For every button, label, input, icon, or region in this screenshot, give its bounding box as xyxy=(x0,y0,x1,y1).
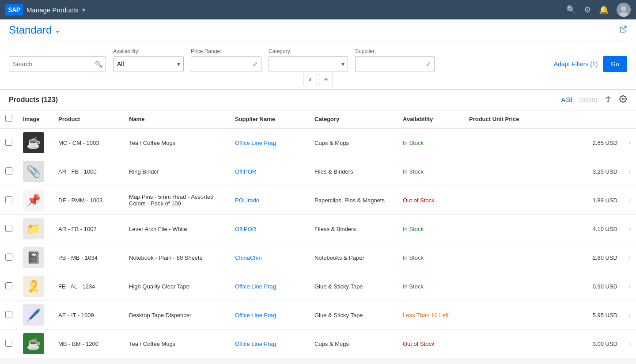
row-navigate[interactable]: › xyxy=(623,272,636,301)
row-name: Ring Binder xyxy=(124,157,230,186)
table-title: Products (123) xyxy=(9,96,561,104)
product-image: 🎗️ xyxy=(23,276,44,297)
table-row[interactable]: 📓 PB - MB - 1034 Notebook - Plain - 80 S… xyxy=(0,243,636,272)
table-row[interactable]: 🖊️ AE - IT - 1009 Desktop Tape Dispencer… xyxy=(0,301,636,330)
search-input-wrap: 🔍 xyxy=(9,56,106,72)
row-chevron-icon: › xyxy=(628,167,631,175)
supplier-link[interactable]: Office Line Prag xyxy=(235,341,276,347)
notifications-icon[interactable]: 🔔 xyxy=(599,5,609,15)
row-product: AR - FB - 1000 xyxy=(53,157,124,186)
avatar[interactable] xyxy=(617,3,631,17)
select-all-checkbox[interactable] xyxy=(5,115,12,122)
row-navigate[interactable]: › xyxy=(623,157,636,186)
supplier-link[interactable]: Office Line Prag xyxy=(235,140,276,146)
row-checkbox[interactable] xyxy=(5,167,12,174)
row-price: 3.00 USD xyxy=(464,330,623,358)
availability-badge: Less Than 10 Left xyxy=(403,312,449,318)
row-price: 2.80 USD xyxy=(464,243,623,272)
app-title: Manage Products xyxy=(26,6,79,14)
go-button[interactable]: Go xyxy=(603,56,627,72)
row-supplier: OffiPOR xyxy=(230,157,309,186)
row-checkbox[interactable] xyxy=(5,254,12,261)
supplier-link[interactable]: ChinaChin xyxy=(235,254,262,261)
supplier-link[interactable]: OffiPOR xyxy=(235,168,256,175)
search-input[interactable] xyxy=(9,56,106,72)
row-navigate[interactable]: › xyxy=(623,301,636,330)
availability-badge: In Stock xyxy=(403,226,424,232)
table-row[interactable]: ☕ MC - CM - 1003 Tea / Coffee Mugs Offic… xyxy=(0,128,636,157)
row-name: Tea / Coffee Mugs xyxy=(124,330,230,358)
topbar: SAP Manage Products ▾ 🔍 ⚙ 🔔 xyxy=(0,0,636,19)
row-supplier: Office Line Prag xyxy=(230,272,309,301)
supplier-link[interactable]: OffiPOR xyxy=(235,226,256,232)
view-title-area[interactable]: Standard ⌄ xyxy=(9,24,61,36)
row-image-cell: 📁 xyxy=(18,215,53,243)
row-checkbox[interactable] xyxy=(5,340,12,347)
row-navigate[interactable]: › xyxy=(623,243,636,272)
row-checkbox[interactable] xyxy=(5,196,12,203)
row-availability: Less Than 10 Left xyxy=(398,301,464,330)
supplier-input[interactable] xyxy=(355,56,435,72)
row-checkbox[interactable] xyxy=(5,225,12,232)
search-group: 🔍 xyxy=(9,56,106,72)
search-icon[interactable]: 🔍 xyxy=(566,5,576,15)
row-checkbox[interactable] xyxy=(5,311,12,318)
pin-filter-button[interactable]: ✳ xyxy=(319,74,333,85)
row-availability: In Stock xyxy=(398,215,464,243)
row-category: Files & Binders xyxy=(309,157,398,186)
row-name: Desktop Tape Dispencer xyxy=(124,301,230,330)
user-settings-icon[interactable]: ⚙ xyxy=(584,5,591,15)
row-navigate[interactable]: › xyxy=(623,186,636,215)
header-price[interactable]: Product Unit Price xyxy=(464,110,623,128)
table-settings-icon[interactable] xyxy=(619,95,627,105)
row-availability: In Stock xyxy=(398,157,464,186)
table-row[interactable]: 🎗️ FE - AL - 1234 High Quality Clear Tap… xyxy=(0,272,636,301)
category-select[interactable] xyxy=(269,56,348,72)
table-toolbar: Products (123) Add Delete xyxy=(0,90,636,110)
table-row[interactable]: 📎 AR - FB - 1000 Ring Binder OffiPOR Fil… xyxy=(0,157,636,186)
availability-badge: Out of Stock xyxy=(403,341,435,347)
delete-button[interactable]: Delete xyxy=(579,96,597,103)
row-checkbox[interactable] xyxy=(5,282,12,289)
sort-icon[interactable] xyxy=(604,95,612,105)
export-button[interactable] xyxy=(619,25,627,35)
supplier-link[interactable]: POLirado xyxy=(235,197,259,204)
header-product[interactable]: Product xyxy=(53,110,124,128)
view-title-chevron: ⌄ xyxy=(54,25,61,35)
svg-line-3 xyxy=(623,26,626,30)
add-button[interactable]: Add xyxy=(561,96,572,103)
category-input-wrap: ▾ xyxy=(269,56,348,72)
availability-badge: In Stock xyxy=(403,168,424,175)
row-supplier: OffiPOR xyxy=(230,215,309,243)
row-product: MC - CM - 1003 xyxy=(53,128,124,157)
row-navigate[interactable]: › xyxy=(623,330,636,358)
row-category: Cups & Mugs xyxy=(309,330,398,358)
row-chevron-icon: › xyxy=(628,311,631,318)
table-row[interactable]: 📌 DE - PMM - 1003 Map Pins - 5mm Head - … xyxy=(0,186,636,215)
product-image: ☕ xyxy=(23,333,44,354)
price-range-input[interactable] xyxy=(191,56,261,72)
row-checkbox[interactable] xyxy=(5,139,12,146)
header-checkbox-col xyxy=(0,110,18,128)
row-checkbox-cell xyxy=(0,330,18,358)
row-navigate[interactable]: › xyxy=(623,215,636,243)
header-supplier[interactable]: Supplier Name xyxy=(230,110,309,128)
header-name[interactable]: Name xyxy=(124,110,230,128)
row-chevron-icon: › xyxy=(628,225,631,232)
supplier-group: Supplier: ⤢ xyxy=(355,48,435,72)
availability-select[interactable]: All In Stock Out of Stock Less Than 10 L… xyxy=(113,56,184,72)
supplier-label: Supplier: xyxy=(355,48,435,54)
row-image-cell: 🎗️ xyxy=(18,272,53,301)
table-row[interactable]: ☕ MB - BM - 1200 Tea / Coffee Mugs Offic… xyxy=(0,330,636,358)
supplier-link[interactable]: Office Line Prag xyxy=(235,312,276,318)
row-navigate[interactable]: › xyxy=(623,128,636,157)
availability-badge: In Stock xyxy=(403,140,424,146)
collapse-filter-button[interactable]: ∧ xyxy=(303,74,317,85)
header-category[interactable]: Category xyxy=(309,110,398,128)
product-image: 📌 xyxy=(23,190,44,211)
adapt-filters-link[interactable]: Adapt Filters (1) xyxy=(554,61,598,68)
header-availability[interactable]: Availability xyxy=(398,110,464,128)
table-row[interactable]: 📁 AR - FB - 1007 Lever Arch File - White… xyxy=(0,215,636,243)
app-title-chevron[interactable]: ▾ xyxy=(82,6,85,13)
supplier-link[interactable]: Office Line Prag xyxy=(235,283,276,290)
